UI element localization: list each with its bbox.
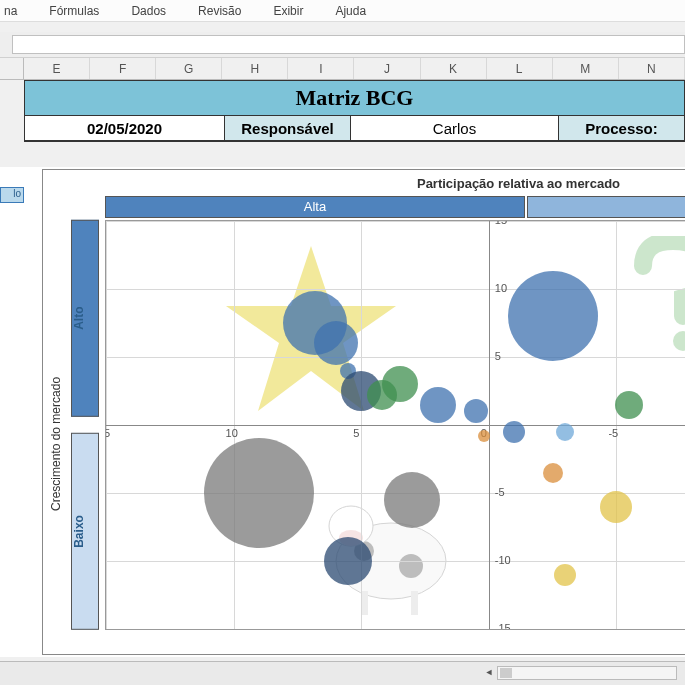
bubble-point[interactable] [314, 321, 358, 365]
gridline-h [106, 221, 685, 222]
svg-point-3 [399, 554, 423, 578]
bubble-point[interactable] [204, 438, 314, 548]
menu-item[interactable]: Dados [131, 4, 166, 18]
menu-item[interactable]: Exibir [273, 4, 303, 18]
gridline-h [106, 357, 685, 358]
formula-bar[interactable] [12, 35, 685, 54]
y-quadrant-baixo: Baixo [71, 433, 99, 630]
x-tick: 10 [226, 427, 238, 439]
bubble-point[interactable] [600, 491, 632, 523]
bubble-point[interactable] [367, 380, 397, 410]
menu-item[interactable]: Fórmulas [49, 4, 99, 18]
y-tick: 10 [495, 282, 507, 294]
x-tick: -5 [608, 427, 618, 439]
col-header[interactable]: J [354, 58, 420, 79]
col-header[interactable]: G [156, 58, 222, 79]
col-header[interactable]: H [222, 58, 288, 79]
responsible-label: Responsável [225, 116, 351, 142]
col-header[interactable]: N [619, 58, 685, 79]
scroll-thumb[interactable] [500, 668, 512, 678]
sidebar-tab[interactable]: lo [0, 187, 24, 203]
bubble-point[interactable] [420, 387, 456, 423]
bubble-point[interactable] [503, 421, 525, 443]
horizontal-scrollbar[interactable]: ◄ [497, 666, 677, 680]
gridline-h [106, 629, 685, 630]
col-header[interactable]: M [553, 58, 619, 79]
bubble-point[interactable] [478, 430, 490, 442]
svg-point-8 [673, 331, 685, 351]
quadrant-alta: Alta [105, 196, 525, 218]
sheet-title: Matriz BCG [24, 80, 685, 116]
bcg-chart[interactable]: Participação relativa ao mercado Alta Cr… [42, 169, 685, 655]
y-quadrant-alto: Alto [71, 220, 99, 417]
question-icon [613, 236, 685, 366]
menu-item[interactable]: na [4, 4, 17, 18]
status-bar: ◄ [0, 661, 685, 685]
bubble-point[interactable] [556, 423, 574, 441]
menu-item[interactable]: Revisão [198, 4, 241, 18]
plot-area[interactable]: 151050-515105-5-10-15 [105, 220, 685, 630]
col-header[interactable]: L [487, 58, 553, 79]
y-tick: -5 [495, 486, 505, 498]
bubble-point[interactable] [508, 271, 598, 361]
y-tick: 5 [495, 350, 501, 362]
x-tick: 15 [105, 427, 110, 439]
select-all-cell[interactable] [0, 58, 24, 79]
col-header[interactable]: K [421, 58, 487, 79]
col-header[interactable]: F [90, 58, 156, 79]
column-headers: E F G H I J K L M N [0, 58, 685, 80]
menu-bar: na Fórmulas Dados Revisão Exibir Ajuda [0, 0, 685, 22]
bubble-point[interactable] [384, 472, 440, 528]
workspace: lo Participação relativa ao mercado Alta… [0, 167, 685, 657]
date-value: 02/05/2020 [25, 116, 225, 142]
menu-item[interactable]: Ajuda [335, 4, 366, 18]
gridline-h [106, 289, 685, 290]
col-header[interactable]: E [24, 58, 90, 79]
chart-y-title: Crescimento do mercado [49, 258, 65, 630]
col-header[interactable]: I [288, 58, 354, 79]
y-quadrants: Alto Baixo [71, 220, 99, 630]
bubble-point[interactable] [543, 463, 563, 483]
formula-bar-strip [0, 32, 685, 58]
process-label: Processo: [559, 116, 685, 142]
x-tick: 5 [353, 427, 359, 439]
gridline-h [106, 561, 685, 562]
y-tick: -15 [495, 622, 511, 630]
bubble-point[interactable] [464, 399, 488, 423]
bubble-point[interactable] [554, 564, 576, 586]
responsible-value: Carlos [351, 116, 559, 142]
y-tick: -10 [495, 554, 511, 566]
bubble-point[interactable] [615, 391, 643, 419]
quadrant-header: Alta [105, 196, 685, 218]
quadrant-right [527, 196, 685, 218]
y-tick: 15 [495, 220, 507, 226]
chart-x-title: Participação relativa ao mercado [347, 176, 685, 191]
scroll-left-icon[interactable]: ◄ [482, 667, 496, 679]
svg-rect-7 [411, 591, 418, 615]
info-row: 02/05/2020 Responsável Carlos Processo: [24, 116, 685, 142]
